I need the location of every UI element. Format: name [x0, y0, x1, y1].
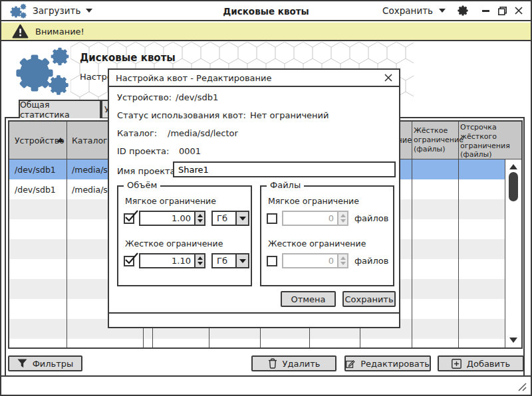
spinner-buttons[interactable]	[337, 254, 347, 267]
edit-label: Редактировать	[360, 359, 430, 369]
files-group: Файлы Мягкое ограничение 0 файлов Жестко…	[260, 185, 394, 286]
hard-limit-label: Жесткое ограничение	[268, 239, 366, 248]
app-window: Загрузить Дисковые квоты Сохранить	[0, 0, 532, 396]
warning-text: Внимание!	[35, 27, 84, 37]
sort-asc-icon	[57, 138, 64, 142]
cancel-button[interactable]: Отмена	[281, 291, 336, 307]
column-header-hard-limit-files[interactable]: Жёсткое ограничение (файлы)	[414, 126, 458, 153]
column-header-grace-files[interactable]: Отсрочка жёсткого ограничения (файлы)	[460, 123, 504, 159]
save-menu[interactable]: Сохранить	[382, 5, 433, 16]
spin-up-icon[interactable]	[340, 214, 346, 217]
column-header-path[interactable]: Каталог	[72, 136, 108, 146]
spin-down-icon[interactable]	[198, 219, 203, 223]
resize-grip-icon[interactable]	[517, 381, 527, 392]
soft-limit-value[interactable]: 1.00	[140, 212, 194, 225]
chevron-down-icon[interactable]	[86, 9, 92, 13]
minimize-button[interactable]	[480, 5, 491, 17]
hard-limit-checkbox[interactable]	[267, 256, 277, 266]
cell-device: /dev/sdb1	[9, 185, 66, 195]
spin-up-icon[interactable]	[198, 214, 203, 217]
add-button[interactable]: Добавить	[438, 355, 524, 371]
project-id-label: ID проекта:	[117, 146, 169, 156]
spin-down-icon[interactable]	[340, 262, 346, 265]
quota-edit-dialog: Настройка квот - Редактирование Устройст…	[108, 68, 400, 328]
app-logo-gears-icon	[9, 3, 27, 19]
soft-limit-spinner[interactable]: 1.00	[139, 211, 205, 226]
spin-up-icon[interactable]	[340, 256, 346, 260]
filters-button[interactable]: Фильтры	[8, 355, 82, 371]
gears-logo-icon	[11, 44, 72, 98]
warning-bar: Внимание!	[1, 23, 531, 41]
hard-limit-spinner[interactable]: 0	[282, 253, 348, 268]
dropdown-button[interactable]	[235, 254, 248, 267]
load-menu[interactable]: Загрузить	[33, 5, 80, 16]
quota-status-row: Статус использования квот: Нет ограничен…	[117, 110, 329, 120]
scrollbar-thumb[interactable]	[509, 172, 518, 201]
dialog-footer-divider	[109, 312, 399, 314]
cell-device: /dev/sdb1	[9, 165, 66, 175]
soft-limit-checkbox[interactable]	[124, 213, 134, 224]
hard-limit-checkbox[interactable]	[124, 256, 134, 266]
table-row[interactable]	[9, 339, 505, 347]
restore-icon	[498, 7, 507, 15]
soft-limit-unit-select[interactable]: Гб	[211, 211, 249, 226]
save-button[interactable]: Сохранить	[342, 291, 396, 307]
checkmark-icon	[124, 210, 138, 225]
edit-button[interactable]: Редактировать	[344, 355, 431, 371]
chevron-down-icon[interactable]	[439, 9, 446, 13]
quota-status-label: Статус использования квот:	[117, 110, 246, 120]
hard-limit-label: Жесткое ограничение	[125, 239, 223, 248]
close-icon	[515, 7, 523, 15]
device-label: Устройство:	[117, 92, 172, 102]
filters-label: Фильтры	[33, 359, 74, 369]
spinner-buttons[interactable]	[194, 212, 204, 225]
spin-up-icon[interactable]	[198, 256, 203, 260]
maximize-button[interactable]	[497, 5, 507, 17]
files-suffix: файлов	[354, 213, 388, 223]
settings-gear-icon[interactable]	[457, 5, 469, 17]
spinner-buttons[interactable]	[194, 254, 204, 267]
edit-icon	[346, 359, 355, 369]
quota-status-value: Нет ограничений	[250, 110, 329, 120]
spinner-buttons[interactable]	[337, 212, 347, 225]
scroll-up-icon[interactable]	[509, 164, 517, 169]
project-id-value: 0001	[179, 146, 201, 156]
tab-general-statistics[interactable]: Общая статистика	[19, 100, 101, 118]
hard-limit-value[interactable]: 1.10	[140, 254, 194, 267]
device-value: /dev/sdb1	[176, 92, 218, 102]
close-button[interactable]	[513, 5, 524, 17]
plus-icon	[452, 359, 462, 369]
hard-limit-row: 0 файлов	[267, 253, 388, 268]
add-label: Добавить	[467, 359, 510, 369]
column-divider	[458, 122, 459, 347]
soft-limit-spinner[interactable]: 0	[282, 211, 348, 226]
filter-icon	[17, 359, 27, 368]
directory-value: /media/sd/lector	[168, 128, 238, 138]
spin-down-icon[interactable]	[340, 219, 346, 223]
soft-limit-value[interactable]: 0	[283, 212, 337, 225]
dropdown-button[interactable]	[235, 212, 248, 225]
window-title: Дисковые квоты	[223, 1, 309, 21]
warning-icon	[12, 24, 29, 39]
project-name-input[interactable]	[173, 161, 396, 177]
vertical-scrollbar[interactable]	[505, 159, 521, 347]
soft-limit-label: Мягкое ограничение	[125, 196, 216, 206]
scroll-down-icon[interactable]	[509, 338, 517, 343]
hard-limit-unit-select[interactable]: Гб	[211, 253, 249, 268]
directory-row: Каталог:	[117, 128, 157, 138]
close-icon	[384, 74, 392, 82]
column-divider	[66, 122, 67, 347]
soft-limit-row: 1.00 Гб	[124, 211, 249, 226]
files-suffix: файлов	[354, 256, 388, 266]
unit-value: Гб	[213, 212, 235, 225]
chevron-down-icon	[239, 217, 246, 221]
checkmark-icon	[124, 252, 138, 267]
soft-limit-checkbox[interactable]	[267, 213, 277, 224]
title-bar: Загрузить Дисковые квоты Сохранить	[1, 1, 531, 21]
spin-down-icon[interactable]	[198, 262, 203, 265]
dialog-close-button[interactable]	[382, 71, 394, 84]
delete-button[interactable]: Удалить	[251, 355, 336, 371]
hard-limit-value[interactable]: 0	[283, 254, 337, 267]
hard-limit-spinner[interactable]: 1.10	[139, 253, 205, 268]
page-title: Дисковые квоты	[80, 52, 176, 64]
